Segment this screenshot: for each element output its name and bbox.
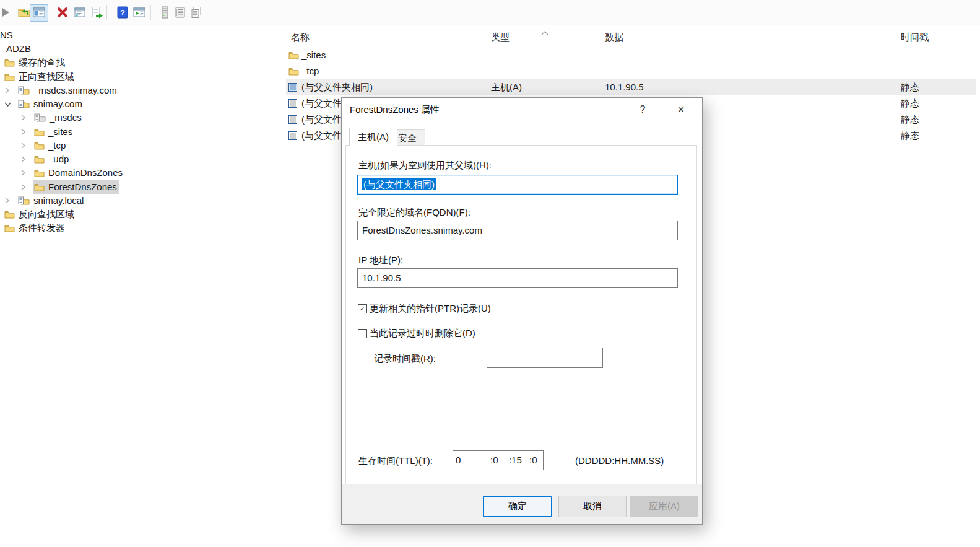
record-row[interactable]: _tcp [286,63,976,79]
zone-gray-icon [34,113,46,122]
expander-collapsed-icon[interactable] [4,87,17,94]
folder-icon [4,72,15,81]
server-icon [158,6,171,21]
nav-arrow-icon [0,6,12,21]
tree-item-条件转发器[interactable]: 条件转发器 [0,221,67,235]
dialog-titlebar[interactable]: ForestDnsZones 属性 ? × [342,98,702,121]
record-row[interactable]: _sites [286,47,976,63]
fqdn-input[interactable]: ForestDnsZones.snimay.com [357,221,678,240]
cell-name: (与父文件夹相同) [301,79,373,95]
expander-collapsed-icon[interactable] [20,115,33,121]
tree-item-反向查找区域[interactable]: 反向查找区域 [0,208,77,221]
show-window-button[interactable] [130,4,149,22]
record-gray-icon [288,131,297,142]
ip-input[interactable]: 10.1.90.5 [357,268,678,288]
tree-item-label: _tcp [48,140,66,151]
folder-icon [34,183,45,191]
ok-button[interactable]: 确定 [483,496,552,517]
folder-icon [34,168,45,177]
column-header-name[interactable]: 名称 [291,28,310,46]
tab-page-host [345,145,697,486]
tree-item--udp[interactable]: _udp [0,152,71,166]
dialog-close-button[interactable]: × [667,98,695,121]
dialog-help-button[interactable]: ? [629,98,656,121]
copy-button[interactable] [187,4,206,22]
tree-item-domaindnszones[interactable]: DomainDnsZones [0,166,125,180]
folder-icon [4,210,15,219]
export-list-button[interactable] [87,4,106,22]
column-header-data[interactable]: 数据 [605,28,623,46]
sort-ascending-icon [541,27,549,37]
ptr-checkbox-label[interactable]: 更新相关的指针(PTR)记录(U) [370,303,491,314]
export-list-icon [90,6,103,21]
column-separator[interactable] [487,30,487,44]
tab-host[interactable]: 主机(A) [349,128,397,146]
help-button[interactable]: ? [113,4,132,22]
record-row[interactable]: (与父文件夹相同)主机(A)10.1.90.5静态 [286,79,976,95]
tree-item-label: _msdcs [50,112,82,123]
ip-label: IP 地址(P): [358,255,403,266]
cancel-button[interactable]: 取消 [558,496,627,517]
ptr-checkbox[interactable]: ✓ [358,304,367,313]
zone-icon [18,196,30,205]
ttl-format-hint: (DDDDD:HH.MM.SS) [575,455,664,466]
tree-item-ns[interactable]: NS [0,28,13,42]
tree-item-forestdnszones[interactable]: ForestDnsZones [0,180,119,194]
zone-icon [18,100,30,108]
tree-item-label: snimay.com [33,98,82,110]
host-input[interactable]: (与父文件夹相同) [357,175,678,195]
column-separator[interactable] [601,30,601,44]
tree-item--sites[interactable]: _sites [0,125,75,139]
expander-expanded-icon[interactable] [4,102,17,107]
show-console-tree-icon [32,6,46,21]
column-header-type[interactable]: 类型 [491,28,510,46]
show-console-tree-button[interactable] [30,4,48,22]
tree-item-正向查找区域[interactable]: 正向查找区域 [0,70,77,84]
delete-button[interactable] [53,4,72,22]
expander-collapsed-icon[interactable] [20,170,33,176]
dns-manager-window: { "colors": { "accent": "#0078d7", "sele… [0,0,980,547]
tree-item-label: ADZB [6,43,31,55]
ttl-hours[interactable]: :0 [490,451,509,470]
column-header-timestamp[interactable]: 时间戳 [901,28,929,46]
copy-icon [189,6,203,21]
apply-button[interactable]: 应用(A) [630,496,698,517]
cell-type: 主机(A) [491,79,522,95]
tree-item-snimay-local[interactable]: snimay.local [0,194,86,208]
expander-collapsed-icon[interactable] [4,198,17,204]
column-separator[interactable] [896,30,896,44]
tree-item-label: _msdcs.snimay.com [33,85,117,96]
host-input-selected-text: (与父文件夹相同) [362,178,436,190]
dialog-button-strip: 确定 取消 应用(A) [342,484,702,524]
tree-item-snimay-com[interactable]: snimay.com [0,97,85,111]
ttl-minutes[interactable]: :15 [509,451,529,470]
record-timestamp-input[interactable] [487,348,603,368]
tree-item-label: 正向查找区域 [19,71,74,82]
ttl-days[interactable]: 0 [453,451,490,470]
tree-item-label: ForestDnsZones [48,182,117,193]
ttl-input[interactable]: 0 :0 :15 :0 [453,450,544,470]
ttl-seconds[interactable]: :0 [529,451,543,470]
tree-item-label: 反向查找区域 [19,209,74,220]
cell-data: 10.1.90.5 [605,79,644,95]
fqdn-label: 完全限定的域名(FQDN)(F): [358,207,470,218]
folder-icon [34,128,45,136]
tree-item-label: NS [0,30,13,41]
properties-button[interactable] [71,4,89,22]
expander-collapsed-icon[interactable] [20,156,33,162]
nav-arrow-button[interactable] [0,4,15,22]
tree-item--msdcs-snimay-com[interactable]: _msdcs.snimay.com [0,84,119,97]
tree-item-adzb[interactable]: ADZB [0,42,31,56]
tree-item-label: 条件转发器 [19,222,65,234]
stale-checkbox[interactable] [358,329,367,338]
svg-text:?: ? [120,8,125,17]
folder-icon [4,58,15,67]
expander-collapsed-icon[interactable] [20,142,33,149]
expander-collapsed-icon[interactable] [20,129,33,135]
dialog-title: ForestDnsZones 属性 [350,98,440,121]
expander-collapsed-icon[interactable] [20,184,33,190]
stale-checkbox-label[interactable]: 当此记录过时时删除它(D) [370,328,475,339]
tree-item-缓存的查找[interactable]: 缓存的查找 [0,56,67,69]
tree-item--tcp[interactable]: _tcp [0,139,68,152]
tree-item--msdcs[interactable]: _msdcs [0,111,84,125]
